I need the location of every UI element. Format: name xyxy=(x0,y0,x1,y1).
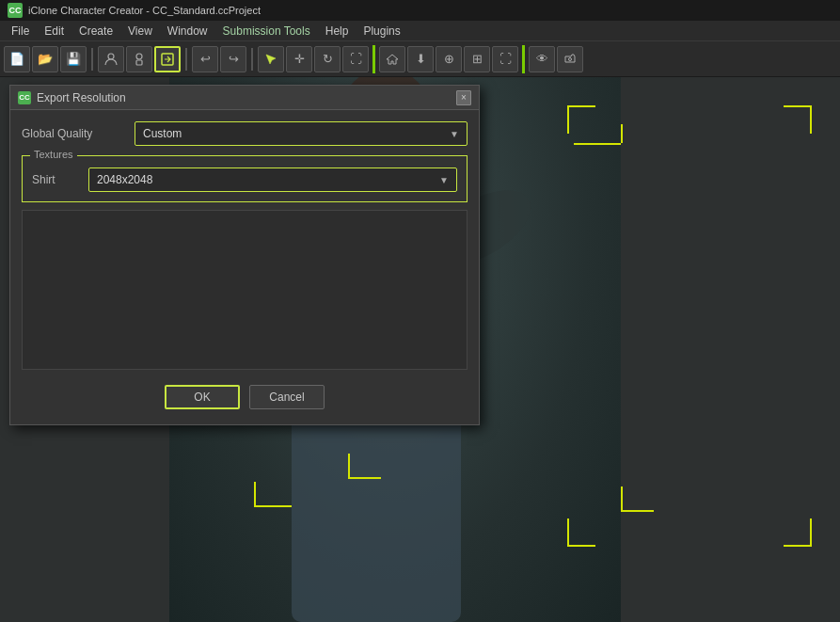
menu-create[interactable]: Create xyxy=(71,23,120,40)
scale-button[interactable]: ⛶ xyxy=(342,46,369,72)
export-resolution-dialog: CC Export Resolution × Global Quality Cu… xyxy=(9,85,480,425)
empty-area xyxy=(22,210,468,370)
menu-help[interactable]: Help xyxy=(318,23,357,40)
save-button[interactable]: 💾 xyxy=(60,46,87,72)
grid-button[interactable]: ⊞ xyxy=(464,46,490,72)
global-quality-dropdown-container: Custom ▼ xyxy=(135,121,468,146)
dialog-title: Export Resolution xyxy=(37,91,451,104)
dialog-titlebar: CC Export Resolution × xyxy=(10,86,479,110)
shirt-dropdown-arrow-icon: ▼ xyxy=(439,175,449,185)
dropdown-arrow-icon: ▼ xyxy=(450,129,459,139)
view-button[interactable]: 👁 xyxy=(529,46,555,72)
undo-button[interactable]: ↩ xyxy=(192,46,218,72)
separator-2 xyxy=(185,48,187,71)
ok-button[interactable]: OK xyxy=(165,385,240,409)
menu-edit[interactable]: Edit xyxy=(37,23,71,40)
svg-rect-2 xyxy=(136,60,142,65)
global-quality-row: Global Quality Custom ▼ xyxy=(22,121,468,146)
shirt-label: Shirt xyxy=(32,173,88,186)
svg-point-4 xyxy=(569,57,572,60)
textures-group: Textures Shirt 2048x2048 ▼ xyxy=(22,155,468,202)
dialog-buttons: OK Cancel xyxy=(22,379,468,413)
character-button[interactable] xyxy=(98,46,124,72)
shirt-texture-row: Shirt 2048x2048 ▼ xyxy=(32,167,457,192)
separator-1 xyxy=(91,48,93,71)
separator-3 xyxy=(251,48,253,71)
open-button[interactable]: 📂 xyxy=(32,46,58,72)
green-separator xyxy=(372,45,375,73)
menu-file[interactable]: File xyxy=(4,23,37,40)
center-button[interactable]: ⊕ xyxy=(436,46,462,72)
frame-button[interactable]: ⛶ xyxy=(492,46,518,72)
dialog-icon: CC xyxy=(18,91,31,104)
app-title: iClone Character Creator - CC_Standard.c… xyxy=(28,5,261,16)
green-separator-2 xyxy=(522,45,525,73)
menu-plugins[interactable]: Plugins xyxy=(356,23,407,40)
shirt-dropdown[interactable]: 2048x2048 ▼ xyxy=(88,167,457,192)
svg-point-0 xyxy=(108,54,114,59)
toolbar: 📄 📂 💾 ↩ ↪ ✛ ↻ ⛶ ⬇ ⊕ ⊞ ⛶ xyxy=(0,41,840,77)
viewport: CC Export Resolution × Global Quality Cu… xyxy=(0,77,840,622)
menu-submission-tools[interactable]: Submission Tools xyxy=(215,23,318,40)
global-quality-label: Global Quality xyxy=(22,127,135,140)
profile-button[interactable] xyxy=(126,46,152,72)
rotate-button[interactable]: ↻ xyxy=(314,46,341,72)
dialog-overlay: CC Export Resolution × Global Quality Cu… xyxy=(0,77,840,622)
shirt-value: 2048x2048 xyxy=(97,173,152,186)
camera-button[interactable] xyxy=(557,46,583,72)
menu-view[interactable]: View xyxy=(120,23,160,40)
export-button[interactable] xyxy=(154,46,181,72)
menu-bar: File Edit Create View Window Submission … xyxy=(0,21,840,41)
redo-button[interactable]: ↪ xyxy=(220,46,246,72)
textures-legend: Textures xyxy=(30,149,77,160)
title-bar: CC iClone Character Creator - CC_Standar… xyxy=(0,0,840,21)
new-button[interactable]: 📄 xyxy=(4,46,30,72)
cancel-button[interactable]: Cancel xyxy=(249,385,325,409)
app-icon: CC xyxy=(8,3,23,18)
download-button[interactable]: ⬇ xyxy=(407,46,434,72)
dialog-close-button[interactable]: × xyxy=(456,90,471,105)
global-quality-value: Custom xyxy=(143,127,182,140)
global-quality-dropdown[interactable]: Custom ▼ xyxy=(135,121,468,146)
shirt-dropdown-container: 2048x2048 ▼ xyxy=(88,167,457,192)
svg-point-1 xyxy=(136,54,142,59)
select-button[interactable] xyxy=(258,46,284,72)
home-button[interactable] xyxy=(379,46,405,72)
dialog-content: Global Quality Custom ▼ Textures Shirt xyxy=(10,110,479,424)
move-button[interactable]: ✛ xyxy=(286,46,312,72)
menu-window[interactable]: Window xyxy=(160,23,215,40)
